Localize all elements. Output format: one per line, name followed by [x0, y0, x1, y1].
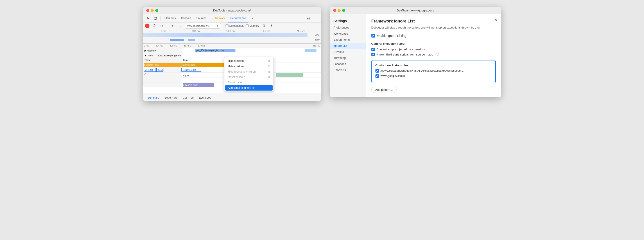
tab-more[interactable]: »	[249, 14, 255, 22]
on-ignore-list-left-1[interactable]: On i...list	[144, 68, 156, 72]
nav-locations[interactable]: Locations	[330, 61, 366, 67]
traffic-lights-right	[333, 9, 345, 12]
handle-event-block[interactable]: z.handleEvent	[183, 83, 214, 87]
screenshots-checkbox-wrap: Screenshots	[226, 24, 244, 27]
settings-sidebar: Settings Preferences Workspace Experimen…	[330, 14, 366, 97]
minimize-button-right[interactable]	[338, 9, 340, 12]
left-titlebar: DevTools - www.google.com/	[143, 7, 321, 14]
help-icon[interactable]: ?	[436, 53, 439, 56]
nav-shortcuts[interactable]: Shortcuts	[330, 67, 366, 73]
third-party-label: Known third-party scripts from source ma…	[376, 53, 433, 56]
cpu-label: CPU	[315, 34, 320, 36]
add-pattern-button[interactable]: Add pattern...	[372, 87, 396, 93]
hide-children-item[interactable]: Hide children C	[224, 64, 274, 69]
time-marker-4: 1994 ms	[261, 30, 270, 32]
record-button[interactable]	[145, 24, 150, 28]
right-titlebar: DevTools - www.google.com/	[330, 7, 501, 14]
minimize-button-left[interactable]	[151, 9, 154, 12]
maximize-button-right[interactable]	[342, 9, 345, 12]
row-marker-1: 9 ms	[144, 44, 149, 47]
bottom-tabs: Summary Bottom-Up Call Tree Event Log	[143, 93, 321, 101]
o-label: O...	[143, 73, 182, 78]
reset-children-item: Reset children U	[224, 74, 274, 80]
download-icon[interactable]: ↓	[177, 23, 184, 29]
add-to-ignore-item[interactable]: Add script to ignore list	[225, 85, 272, 91]
time-marker-1: 4 ms	[161, 30, 166, 32]
hide-function-item[interactable]: Hide function H	[224, 58, 274, 64]
tab-sources[interactable]: Sources	[194, 14, 209, 22]
devtools-left-window: DevTools - www.google.com/ Elements Cons…	[143, 7, 321, 101]
framework-ignore-title: Framework Ignore List	[372, 19, 496, 24]
tab-performance[interactable]: Performance	[228, 14, 248, 22]
tab-event-log[interactable]: Event Log	[196, 95, 214, 101]
tab-call-tree[interactable]: Call Tree	[180, 95, 196, 101]
close-button-right[interactable]	[333, 9, 336, 12]
ignore-row-left: On i...list Ru...s	[143, 67, 182, 72]
address-bar[interactable]: www.google.com #1 ▼	[185, 23, 221, 28]
tab-console[interactable]: Console	[179, 14, 193, 22]
network-block: gen_204 (www.google.com)	[195, 49, 236, 52]
svg-rect-1	[155, 19, 156, 20]
svg-rect-3	[263, 25, 265, 27]
runs-label[interactable]: Ru...s	[156, 68, 164, 72]
more-icon[interactable]: ⋮	[313, 15, 319, 21]
row-marker-5: 339 ms	[198, 44, 206, 47]
settings-close-button[interactable]: ×	[495, 18, 498, 23]
traffic-lights-left	[146, 9, 158, 12]
second-toolbar: ⊘ ↑ ↓ www.google.com #1 ▼ Screenshots Me…	[143, 22, 321, 29]
device-icon[interactable]	[152, 15, 158, 21]
reset-trace-item: Reset trace	[224, 80, 274, 85]
clear-icon[interactable]: ⊘	[158, 23, 165, 29]
top-toolbar: Elements Console Sources ⚠ Network Perfo…	[143, 14, 321, 22]
tab-network[interactable]: ⚠ Network	[210, 14, 227, 22]
row-marker-2: 324 ms	[156, 44, 163, 47]
cpu-icon[interactable]	[261, 23, 267, 29]
content-scripts-checkbox[interactable]	[372, 48, 375, 51]
settings-icon[interactable]	[306, 15, 312, 21]
toolbar-sep-3	[223, 24, 223, 28]
third-party-checkbox[interactable]	[372, 53, 375, 56]
reload-icon[interactable]	[151, 23, 157, 29]
third-party-row: Known third-party scripts from source ma…	[372, 53, 496, 56]
custom-item-2: www\.google\.com\b	[376, 74, 492, 78]
nav-ignore-list[interactable]: Ignore List	[330, 43, 366, 49]
inspect-icon[interactable]	[145, 15, 151, 21]
memory-checkbox[interactable]	[246, 24, 248, 27]
custom-checkbox-1[interactable]	[376, 69, 379, 73]
close-button-left[interactable]	[146, 9, 149, 12]
toolbar-sep-2	[167, 24, 167, 28]
screenshots-checkbox[interactable]	[226, 24, 228, 27]
network-track: ▶ Network gen_204 (www.google.com)	[143, 48, 321, 53]
enable-ignore-label: Enable Ignore Listing	[377, 34, 406, 37]
memory-checkbox-wrap: Memory	[246, 24, 259, 27]
maximize-button-left[interactable]	[155, 9, 158, 12]
main-track-label: ▼ Main — https://www.google.com/	[143, 53, 182, 58]
on-ignore-list-right[interactable]: On ignore list	[182, 68, 201, 72]
settings-main: × Framework Ignore List Debugger will sk…	[366, 14, 501, 97]
tab-summary[interactable]: Summary	[145, 95, 162, 101]
client-block	[305, 49, 316, 52]
custom-label-2: www\.google\.com\b	[381, 74, 405, 78]
settings-heading: Settings	[330, 17, 366, 24]
upload-icon[interactable]: ↑	[170, 23, 176, 29]
settings-perf-icon[interactable]	[268, 23, 274, 29]
nav-workspace[interactable]: Workspace	[330, 31, 366, 37]
left-window-title: DevTools - www.google.com/	[213, 9, 251, 12]
context-menu: Hide function H Hide children C Hide rep…	[224, 57, 274, 92]
nav-experiments[interactable]: Experiments	[330, 37, 366, 43]
nav-throttling[interactable]: Throttling	[330, 55, 366, 61]
tab-elements[interactable]: Elements	[162, 14, 178, 22]
enable-ignore-checkbox[interactable]	[372, 34, 375, 37]
net-label: NET	[315, 39, 320, 42]
tab-bottom-up[interactable]: Bottom-Up	[162, 95, 180, 101]
evaluate-left: Evaluate Script	[143, 62, 182, 67]
network-track-content: gen_204 (www.google.com)	[182, 48, 321, 53]
custom-checkbox-2[interactable]	[376, 74, 379, 78]
evaluate-script-block[interactable]: Evaluate Script	[144, 63, 181, 67]
row-marker-3: 329 ms	[170, 44, 177, 47]
nav-devices[interactable]: Devices	[330, 49, 366, 55]
nav-preferences[interactable]: Preferences	[330, 24, 366, 31]
framework-description: Debugger will skip through the scripts a…	[372, 25, 484, 30]
function-call-block[interactable]: Function Call	[182, 63, 226, 67]
row-marker-6: 359 ms	[313, 44, 320, 47]
